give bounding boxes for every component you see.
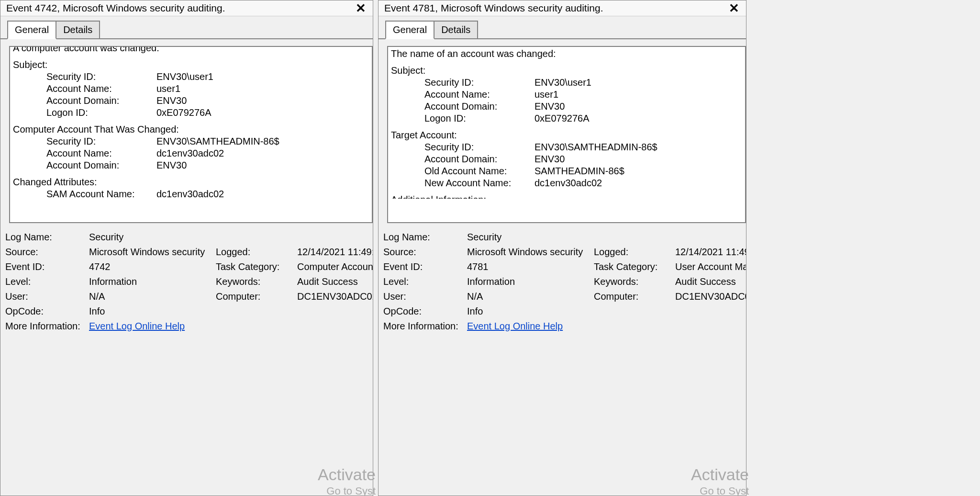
- tab-general[interactable]: General: [385, 21, 434, 39]
- content-wrap: A computer account was changed. Subject:…: [0, 39, 373, 223]
- subject-label: Subject:: [13, 59, 369, 71]
- event-description[interactable]: A computer account was changed. Subject:…: [9, 46, 373, 223]
- meta-level: Level: Information Keywords: Audit Succe…: [5, 276, 373, 287]
- meta-log-name: Log Name: Security: [383, 232, 746, 243]
- row-account-name: Account Name:user1: [424, 89, 742, 101]
- changed-account-header: Computer Account That Was Changed:: [13, 124, 369, 135]
- watermark-goto: Go to Syst: [700, 485, 749, 496]
- tab-row: General Details: [0, 21, 373, 39]
- meta-opcode: OpCode: Info: [5, 306, 373, 317]
- row-t-new-name: New Account Name:dc1env30adc02: [424, 177, 742, 189]
- row-sam-name: SAM Account Name:dc1env30adc02: [46, 188, 369, 200]
- event-log-help-link[interactable]: Event Log Online Help: [467, 321, 563, 331]
- watermark-goto: Go to Syst: [326, 485, 376, 496]
- row-c-security-id: Security ID:ENV30\SAMTHEADMIN-86$: [46, 135, 369, 147]
- meta-opcode: OpCode: Info: [383, 306, 746, 317]
- tab-general[interactable]: General: [7, 21, 56, 39]
- row-account-domain: Account Domain:ENV30: [46, 95, 369, 107]
- event-4742-dialog: Event 4742, Microsoft Windows security a…: [0, 0, 373, 496]
- meta-event-id: Event ID: 4742 Task Category: Computer A…: [5, 261, 373, 272]
- row-logon-id: Logon ID:0xE079276A: [46, 107, 369, 119]
- changed-attributes-header: Changed Attributes:: [13, 176, 369, 188]
- close-icon[interactable]: ✕: [353, 3, 369, 13]
- watermark-activate: Activate: [691, 465, 749, 484]
- row-t-account-domain: Account Domain:ENV30: [424, 153, 742, 165]
- row-account-domain: Account Domain:ENV30: [424, 101, 742, 113]
- event-log-help-link[interactable]: Event Log Online Help: [89, 321, 185, 331]
- row-security-id: Security ID:ENV30\user1: [46, 71, 369, 83]
- meta-log-name: Log Name: Security: [5, 232, 373, 243]
- meta-more-info: More Information: Event Log Online Help: [383, 321, 746, 332]
- meta-level: Level: Information Keywords: Audit Succe…: [383, 276, 746, 287]
- row-c-account-name: Account Name:dc1env30adc02: [46, 147, 369, 159]
- meta-more-info: More Information: Event Log Online Help: [5, 321, 373, 332]
- window-title: Event 4742, Microsoft Windows security a…: [6, 2, 225, 14]
- meta-source: Source: Microsoft Windows security Logge…: [383, 247, 746, 258]
- row-t-old-name: Old Account Name:SAMTHEADMIN-86$: [424, 165, 742, 177]
- meta-user: User: N/A Computer: DC1ENV30ADC02.e: [5, 291, 373, 302]
- titlebar: Event 4781, Microsoft Windows security a…: [379, 0, 746, 16]
- row-c-account-domain: Account Domain:ENV30: [46, 159, 369, 171]
- target-account-header: Target Account:: [391, 129, 742, 141]
- watermark-activate: Activate: [318, 465, 376, 484]
- meta-grid: Log Name: Security Source: Microsoft Win…: [379, 223, 746, 336]
- meta-user: User: N/A Computer: DC1ENV30ADC02.e: [383, 291, 746, 302]
- subject-label: Subject:: [391, 65, 742, 77]
- meta-source: Source: Microsoft Windows security Logge…: [5, 247, 373, 258]
- row-account-name: Account Name:user1: [46, 83, 369, 95]
- event-4781-dialog: Event 4781, Microsoft Windows security a…: [378, 0, 746, 496]
- headline: The name of an account was changed:: [391, 48, 742, 60]
- meta-grid: Log Name: Security Source: Microsoft Win…: [0, 223, 373, 336]
- tab-details[interactable]: Details: [56, 21, 100, 38]
- event-description[interactable]: The name of an account was changed: Subj…: [387, 46, 746, 223]
- tab-details[interactable]: Details: [434, 21, 478, 38]
- meta-event-id: Event ID: 4781 Task Category: User Accou…: [383, 261, 746, 272]
- window-title: Event 4781, Microsoft Windows security a…: [384, 2, 603, 14]
- row-logon-id: Logon ID:0xE079276A: [424, 113, 742, 124]
- additional-info-header: Additional Information:: [391, 194, 742, 199]
- titlebar: Event 4742, Microsoft Windows security a…: [0, 0, 373, 16]
- content-wrap: The name of an account was changed: Subj…: [379, 39, 746, 223]
- tab-row: General Details: [379, 21, 746, 39]
- headline: A computer account was changed.: [13, 46, 369, 54]
- close-icon[interactable]: ✕: [726, 3, 742, 13]
- row-security-id: Security ID:ENV30\user1: [424, 77, 742, 89]
- row-t-security-id: Security ID:ENV30\SAMTHEADMIN-86$: [424, 141, 742, 153]
